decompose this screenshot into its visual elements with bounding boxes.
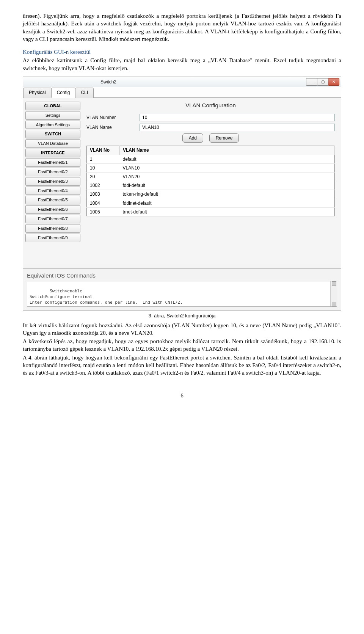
sidebar-item-port[interactable]: FastEthernet0/4 <box>25 187 80 195</box>
window-buttons: — ▢ ✕ <box>306 78 339 86</box>
input-vlan-number[interactable] <box>140 114 335 121</box>
sidebar-item-port[interactable]: FastEthernet0/1 <box>25 158 80 167</box>
maximize-button[interactable]: ▢ <box>317 78 328 86</box>
close-icon: ✕ <box>332 79 335 85</box>
maximize-icon: ▢ <box>321 79 325 85</box>
table-row[interactable]: 1002fddi-default <box>87 181 335 190</box>
add-button[interactable]: Add <box>182 133 203 143</box>
table-row[interactable]: 1004fddinet-default <box>87 199 335 207</box>
main-panel: VLAN Configuration VLAN Number VLAN Name… <box>83 98 341 257</box>
remove-button[interactable]: Remove <box>209 133 239 143</box>
section-heading: Konfigurálás GUI-n keresztül <box>23 48 341 56</box>
paragraph-4: A következő lépés az, hogy megadjuk, hog… <box>23 337 341 353</box>
figure-3: Switch2 — ▢ ✕ Physical Config CLI GLOBAL <box>23 77 341 311</box>
close-button[interactable]: ✕ <box>328 78 339 86</box>
table-row[interactable]: 20VLAN20 <box>87 172 335 181</box>
table-row[interactable]: 1005trnet-default <box>87 207 335 216</box>
sidebar-header-interface: INTERFACE <box>25 149 80 157</box>
paragraph-5: A 4. ábrán láthatjuk, hogy hogyan kell b… <box>23 354 341 377</box>
switch2-window: Switch2 — ▢ ✕ Physical Config CLI GLOBAL <box>23 77 341 311</box>
label-vlan-number: VLAN Number <box>86 115 136 121</box>
sidebar-item-port[interactable]: FastEthernet0/9 <box>25 234 80 242</box>
sidebar-item-settings[interactable]: Settings <box>25 111 80 120</box>
table-row[interactable]: 1default <box>87 155 335 163</box>
ios-title: Equivalent IOS Commands <box>27 272 337 279</box>
ios-text: Switch>enable Switch#configure terminal … <box>30 289 183 307</box>
tab-cli[interactable]: CLI <box>75 88 94 98</box>
sidebar-item-vlandb[interactable]: VLAN Database <box>25 139 80 148</box>
page-number: 6 <box>23 392 341 399</box>
config-body: GLOBAL Settings Algorithm Settings SWITC… <box>23 98 341 257</box>
th-vlan-no: VLAN No <box>87 146 120 155</box>
sidebar-item-port[interactable]: FastEthernet0/5 <box>25 196 80 204</box>
input-vlan-name[interactable] <box>140 124 335 131</box>
label-vlan-name: VLAN Name <box>86 124 136 130</box>
sidebar-header-switch: SWITCH <box>25 130 80 138</box>
tab-physical[interactable]: Physical <box>23 88 52 98</box>
sidebar-item-algorithm[interactable]: Algorithm Settings <box>25 121 80 129</box>
paragraph-1: üresen). Figyeljünk arra, hogy a megfele… <box>23 12 341 43</box>
ios-section: Equivalent IOS Commands Switch>enable Sw… <box>23 268 341 311</box>
th-vlan-name: VLAN Name <box>120 146 335 155</box>
paragraph-3: Itt két virtuális hálózatot fogunk hozzá… <box>23 322 341 337</box>
minimize-icon: — <box>310 79 314 85</box>
minimize-button[interactable]: — <box>306 78 317 86</box>
sidebar: GLOBAL Settings Algorithm Settings SWITC… <box>23 98 83 257</box>
titlebar: Switch2 — ▢ ✕ <box>23 77 341 87</box>
sidebar-header-global: GLOBAL <box>25 102 80 110</box>
sidebar-item-port[interactable]: FastEthernet0/2 <box>25 168 80 176</box>
paragraph-2: Az előbbihez kattintsunk a Config fülre,… <box>23 56 341 72</box>
table-row[interactable]: 10VLAN10 <box>87 163 335 172</box>
sidebar-item-port[interactable]: FastEthernet0/6 <box>25 205 80 214</box>
window-title: Switch2 <box>100 79 116 85</box>
tabs: Physical Config CLI <box>23 87 341 98</box>
panel-title: VLAN Configuration <box>86 102 335 109</box>
figure-caption: 3. ábra, Switch2 konfigurációja <box>23 312 341 319</box>
table-row[interactable]: 1003token-ring-default <box>87 190 335 199</box>
sidebar-item-port[interactable]: FastEthernet0/3 <box>25 177 80 186</box>
scrollbar[interactable] <box>330 281 337 306</box>
tab-config[interactable]: Config <box>51 88 76 98</box>
sidebar-item-port[interactable]: FastEthernet0/8 <box>25 224 80 233</box>
ios-output[interactable]: Switch>enable Switch#configure terminal … <box>27 281 337 307</box>
sidebar-item-port[interactable]: FastEthernet0/7 <box>25 215 80 223</box>
vlan-table: VLAN No VLAN Name 1default 10VLAN10 20VL… <box>86 146 335 217</box>
